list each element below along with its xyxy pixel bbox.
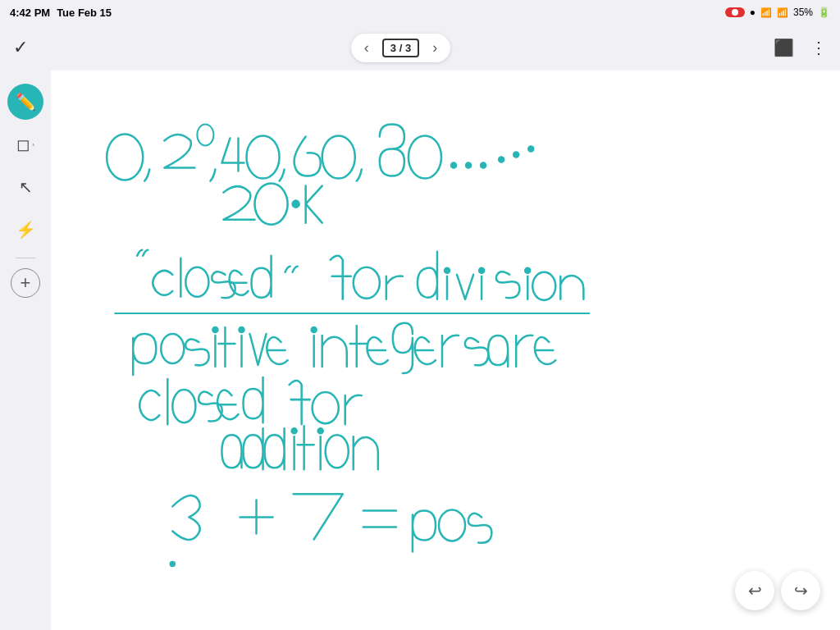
left-toolbar: ✏️ ◻ › ↖ ⚡ +	[0, 71, 51, 630]
eraser-arrow: ›	[32, 141, 34, 148]
svg-point-28	[326, 435, 349, 468]
svg-point-0	[107, 134, 143, 180]
highlighter-icon: ⚡	[16, 220, 36, 240]
svg-point-26	[292, 428, 297, 433]
date-display: Tue Feb 15	[57, 7, 112, 19]
prev-page-button[interactable]: ‹	[364, 39, 369, 57]
svg-point-3	[322, 135, 355, 178]
svg-point-18	[532, 272, 555, 300]
record-dot	[732, 9, 738, 16]
canvas-area[interactable]	[51, 71, 840, 630]
battery-icon: 🔋	[818, 7, 830, 18]
select-tool-button[interactable]: ↖	[7, 169, 43, 205]
svg-point-27	[318, 428, 323, 433]
svg-point-13	[185, 267, 208, 297]
pen-tool-button[interactable]: ✏️	[7, 84, 43, 120]
svg-point-7	[481, 163, 486, 168]
svg-point-1	[197, 124, 213, 145]
svg-point-16	[479, 268, 484, 273]
svg-point-9	[514, 152, 518, 157]
status-left: 4:42 PM Tue Feb 15	[10, 7, 112, 19]
bottom-controls: ↩ ↪	[735, 571, 820, 610]
select-icon: ↖	[19, 177, 33, 197]
record-button[interactable]	[725, 7, 745, 17]
wifi-icon: 📶	[760, 7, 772, 18]
add-tool-button[interactable]: +	[11, 268, 40, 298]
svg-point-31	[439, 509, 465, 541]
canvas-svg	[51, 71, 840, 630]
svg-point-25	[313, 392, 339, 423]
svg-point-22	[239, 327, 244, 332]
svg-point-20	[161, 334, 184, 363]
status-right: ● 📶 📶 35% 🔋	[725, 7, 830, 18]
svg-point-6	[466, 163, 471, 168]
signal-icon: 📶	[777, 7, 788, 18]
svg-point-10	[528, 146, 533, 151]
time-display: 4:42 PM	[10, 7, 50, 19]
svg-point-21	[212, 327, 217, 332]
redo-button[interactable]: ↪	[781, 571, 820, 610]
svg-point-5	[451, 163, 456, 168]
more-options-icon[interactable]: ⋮	[810, 38, 827, 57]
pen-icon: ✏️	[16, 92, 36, 112]
cast-icon[interactable]: ⬛	[774, 38, 794, 57]
svg-point-23	[312, 327, 317, 332]
battery-display: 35%	[793, 7, 813, 18]
add-icon: +	[21, 272, 31, 294]
eraser-icon: ◻	[16, 135, 30, 154]
eraser-tool-button[interactable]: ◻ ›	[7, 126, 43, 162]
undo-icon: ↩	[748, 581, 762, 600]
dot-separator: ●	[750, 7, 756, 18]
undo-button[interactable]: ↩	[735, 571, 774, 610]
page-indicator[interactable]: 3 / 3	[382, 39, 419, 57]
nav-right-icons: ⬛ ⋮	[774, 38, 827, 57]
svg-point-4	[409, 135, 441, 178]
svg-point-8	[499, 158, 504, 162]
svg-point-15	[445, 268, 450, 273]
status-bar: 4:42 PM Tue Feb 15 ● 📶 📶 35% 🔋	[0, 0, 840, 25]
svg-point-14	[354, 267, 380, 299]
toolbar-separator	[16, 258, 35, 258]
svg-point-17	[525, 268, 530, 273]
page-control: ‹ 3 / 3 ›	[351, 34, 450, 62]
svg-point-11	[255, 184, 288, 225]
redo-icon: ↪	[794, 581, 808, 600]
check-button[interactable]: ✓	[13, 37, 28, 58]
nav-bar: ✓ ‹ 3 / 3 › ⬛ ⋮	[0, 25, 840, 71]
next-page-button[interactable]: ›	[432, 39, 437, 57]
svg-point-12	[293, 201, 299, 208]
svg-point-2	[246, 135, 279, 178]
highlighter-tool-button[interactable]: ⚡	[7, 212, 43, 248]
svg-point-32	[171, 562, 175, 566]
svg-point-24	[172, 390, 195, 422]
